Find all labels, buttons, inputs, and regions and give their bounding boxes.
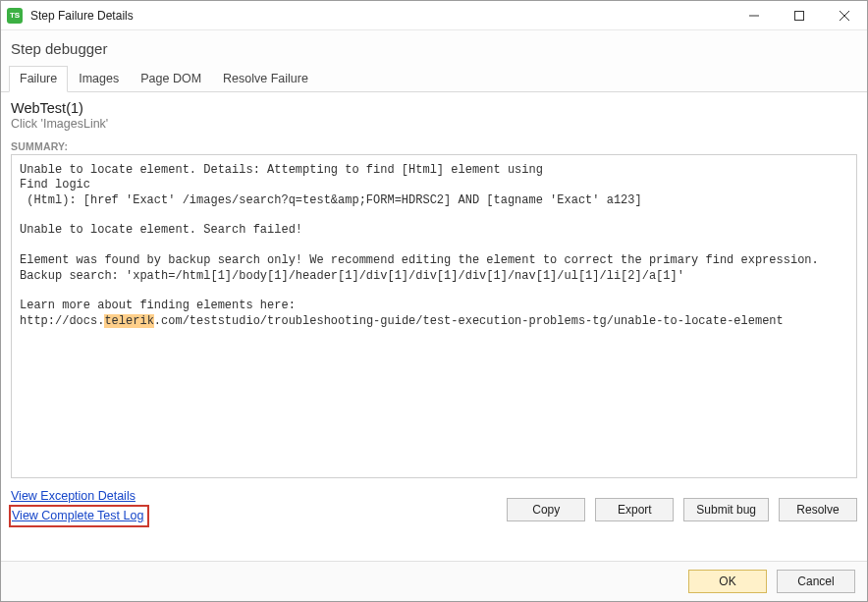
resolve-button[interactable]: Resolve (779, 498, 857, 521)
failure-pane: WebTest(1) Click 'ImagesLink' SUMMARY: U… (1, 92, 867, 561)
ok-button[interactable]: OK (688, 570, 767, 593)
copy-button[interactable]: Copy (507, 498, 585, 521)
summary-text[interactable]: Unable to locate element. Details: Attem… (11, 154, 857, 478)
maximize-button[interactable] (777, 1, 822, 29)
titlebar: TS Step Failure Details (1, 1, 867, 30)
dialog-footer: OK Cancel (1, 561, 867, 601)
tab-page-dom[interactable]: Page DOM (130, 66, 212, 92)
test-name: WebTest(1) (11, 100, 857, 116)
tab-failure[interactable]: Failure (9, 66, 68, 92)
app-icon: TS (7, 8, 23, 24)
summary-line: Backup search: 'xpath=/html[1]/body[1]/h… (20, 269, 684, 283)
close-button[interactable] (822, 1, 867, 29)
page-title: Step debugger (1, 30, 867, 65)
svg-rect-0 (795, 11, 804, 20)
window: TS Step Failure Details Step debugger Fa… (0, 0, 868, 602)
submit-bug-button[interactable]: Submit bug (683, 498, 769, 521)
tab-images[interactable]: Images (68, 66, 130, 92)
summary-line: Learn more about finding elements here: (20, 299, 296, 312)
cancel-button[interactable]: Cancel (777, 570, 855, 593)
step-name: Click 'ImagesLink' (11, 117, 857, 131)
summary-line: Unable to locate element. Details: Attem… (20, 163, 543, 177)
window-title: Step Failure Details (30, 9, 134, 23)
minimize-button[interactable] (732, 1, 777, 29)
summary-url: http://docs.telerik.com/teststudio/troub… (20, 314, 784, 328)
summary-line: Element was found by backup search only!… (20, 253, 819, 267)
summary-label: SUMMARY: (11, 140, 857, 152)
export-button[interactable]: Export (595, 498, 674, 521)
client-area: Step debugger Failure Images Page DOM Re… (1, 30, 867, 601)
summary-line: Find logic (20, 178, 90, 192)
tab-resolve-failure[interactable]: Resolve Failure (212, 66, 319, 92)
action-buttons: Copy Export Submit bug Resolve (11, 492, 857, 521)
tab-strip: Failure Images Page DOM Resolve Failure (1, 65, 867, 92)
summary-line: Unable to locate element. Search failed! (20, 223, 302, 237)
summary-line: (Html): [href 'Exact' /images/search?q=t… (20, 193, 642, 207)
highlight: telerik (104, 314, 153, 328)
